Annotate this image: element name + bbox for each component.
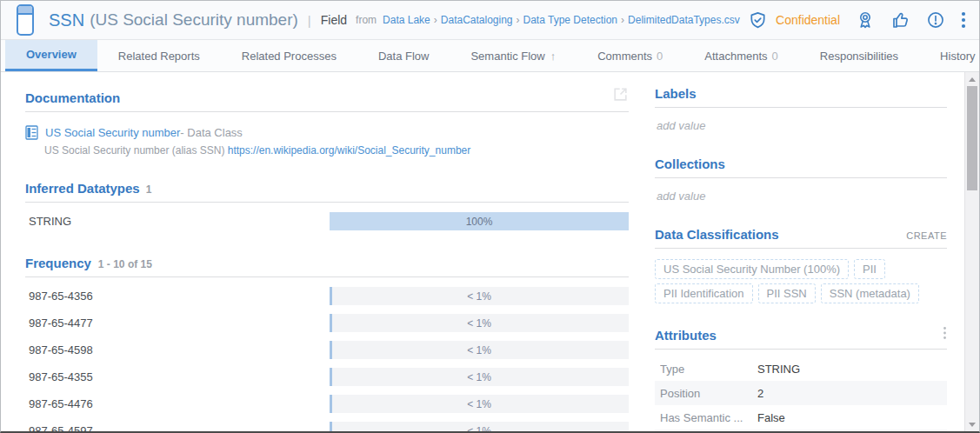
main-content: Documentation US Social Sec — [1, 72, 644, 433]
rosette-icon[interactable] — [855, 10, 876, 30]
header-separator: | — [308, 13, 311, 28]
attributes-section-header: Attributes — [655, 326, 947, 350]
inferred-datatypes-section-header: Inferred Datatypes 1 — [25, 181, 629, 203]
frequency-row: 987-65-4477 < 1% — [25, 310, 629, 336]
attributes-heading: Attributes — [655, 328, 717, 343]
frequency-bar: < 1% — [330, 395, 629, 413]
tab-comments[interactable]: Comments0 — [577, 40, 683, 71]
classification-tag[interactable]: US Social Security Number (100%) — [655, 259, 849, 279]
thumbs-up-icon[interactable] — [890, 10, 911, 30]
frequency-heading: Frequency — [25, 256, 91, 270]
expand-icon[interactable] — [612, 86, 629, 103]
classification-tags: US Social Security Number (100%) PII PII… — [655, 259, 947, 303]
page-subtitle: (US Social Security number) — [90, 10, 298, 30]
labels-heading: Labels — [655, 86, 697, 101]
frequency-bar: < 1% — [330, 368, 629, 386]
vertical-scrollbar[interactable] — [964, 72, 979, 431]
collections-add-value[interactable]: add value — [657, 190, 947, 203]
attribute-row: Has Semantic ... True — [655, 430, 947, 433]
documentation-section-header: Documentation — [25, 86, 629, 112]
breadcrumb-separator: › — [517, 14, 520, 26]
frequency-row: 987-65-4356 < 1% — [25, 283, 629, 310]
inferred-datatypes-heading: Inferred Datatypes — [25, 181, 140, 196]
tab-related-reports[interactable]: Related Reports — [97, 40, 221, 71]
tab-data-flow[interactable]: Data Flow — [357, 40, 450, 71]
frequency-list: 987-65-4356 < 1% 987-65-4477 < 1% 987-65… — [25, 283, 629, 433]
asset-type-label: Field — [321, 13, 347, 27]
create-button[interactable]: CREATE — [906, 230, 947, 241]
page-header: SSN (US Social Security number) | Field … — [1, 1, 979, 40]
breadcrumb-data-type-detection[interactable]: Data Type Detection — [523, 14, 618, 26]
data-class-link[interactable]: US Social Security number — [45, 126, 180, 139]
frequency-section-header: Frequency 1 - 10 of 15 — [25, 256, 629, 277]
tab-related-processes[interactable]: Related Processes — [221, 40, 357, 71]
breadcrumb-separator: › — [434, 14, 437, 26]
asset-page: SSN (US Social Security number) | Field … — [0, 0, 980, 433]
breadcrumb-separator: › — [621, 14, 624, 26]
kebab-menu-icon[interactable] — [960, 10, 967, 30]
scrollbar-thumb[interactable] — [967, 86, 977, 190]
data-classifications-heading: Data Classifications — [655, 227, 779, 242]
frequency-bar: < 1% — [330, 287, 629, 305]
tab-overview[interactable]: Overview — [5, 40, 97, 71]
datatype-percentage: 100% — [466, 216, 493, 228]
classification-tag[interactable]: PII — [854, 259, 885, 279]
field-asset-icon — [17, 4, 34, 36]
tab-bar: Overview Related Reports Related Process… — [1, 40, 979, 72]
frequency-row: 987-65-4355 < 1% — [25, 363, 629, 390]
from-label: from — [356, 14, 377, 26]
collections-section-header: Collections — [655, 157, 947, 178]
scroll-down-arrow-icon[interactable] — [965, 417, 979, 431]
documentation-body: US Social Security number - Data Class U… — [25, 125, 629, 157]
side-panel: Labels add value Collections add value D… — [655, 72, 947, 433]
frequency-row: 987-65-4598 < 1% — [25, 336, 629, 363]
page-title: SSN — [49, 10, 84, 30]
inferred-datatypes-count: 1 — [146, 183, 152, 196]
frequency-bar: < 1% — [330, 422, 629, 433]
frequency-bar: < 1% — [330, 314, 629, 332]
alert-circle-icon[interactable] — [926, 10, 945, 30]
tab-attachments[interactable]: Attachments0 — [683, 40, 799, 71]
datatype-label: STRING — [25, 215, 330, 228]
breadcrumb-delimiteddatatypes-csv[interactable]: DelimitedDataTypes.csv — [628, 14, 740, 26]
labels-add-value[interactable]: add value — [657, 119, 947, 132]
frequency-range: 1 - 10 of 15 — [98, 258, 152, 270]
attribute-row: Has Semantic ... False — [655, 405, 947, 430]
breadcrumb-data-lake[interactable]: Data Lake — [383, 14, 430, 26]
attribute-row: Type STRING — [655, 356, 947, 381]
classification-tag[interactable]: SSN (metadata) — [821, 283, 919, 303]
wikipedia-link[interactable]: https://en.wikipedia.org/wiki/Social_Sec… — [228, 144, 470, 157]
document-icon — [25, 125, 38, 140]
status-badge[interactable]: Confidential — [776, 13, 840, 27]
attributes-kebab-menu-icon[interactable] — [943, 326, 947, 340]
classification-tag[interactable]: PII SSN — [758, 283, 816, 303]
frequency-row: 987-65-4476 < 1% — [25, 390, 629, 417]
datatype-bar: 100% — [330, 212, 629, 230]
tab-semantic-flow[interactable]: Semantic Flow↑ — [450, 40, 577, 71]
breadcrumb-datacataloging[interactable]: DataCataloging — [441, 14, 513, 26]
up-arrow-icon: ↑ — [550, 50, 557, 63]
frequency-row: 987-65-4597 < 1% — [25, 417, 629, 433]
collections-heading: Collections — [655, 157, 725, 171]
classification-tag[interactable]: PII Identification — [655, 283, 753, 303]
documentation-description: US Social Security number (alias SSN) — [44, 144, 228, 157]
attributes-table: Type STRING Position 2 Has Semantic ... … — [655, 356, 947, 433]
attribute-row: Position 2 — [655, 381, 947, 405]
tab-responsibilities[interactable]: Responsibilities — [799, 40, 919, 71]
shield-check-icon[interactable] — [748, 10, 768, 30]
datatype-row: STRING 100% — [25, 208, 629, 235]
tab-history[interactable]: History4 — [919, 40, 980, 71]
data-class-suffix: - Data Class — [180, 126, 243, 139]
labels-section-header: Labels — [655, 86, 947, 108]
data-classifications-section-header: Data Classifications CREATE — [655, 227, 947, 249]
scroll-up-arrow-icon[interactable] — [965, 72, 979, 86]
frequency-bar: < 1% — [330, 341, 629, 359]
documentation-heading: Documentation — [25, 90, 120, 105]
